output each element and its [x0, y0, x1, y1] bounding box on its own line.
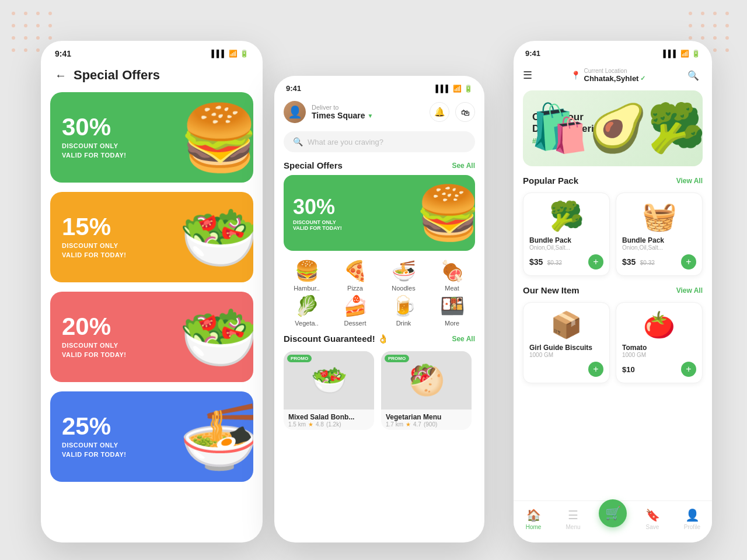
deliver-location[interactable]: Times Square ▼	[312, 111, 424, 120]
hamburger-icon: 🍔	[295, 259, 319, 282]
offer-desc-30: DISCOUNT ONLYVALID FOR TODAY!	[62, 142, 126, 160]
profile-nav-icon: 👤	[685, 508, 700, 522]
meat-label: Meat	[445, 285, 459, 292]
drink-label: Drink	[396, 320, 411, 327]
search-bar[interactable]: 🔍 What are you craving?	[284, 131, 475, 152]
promo-burger-image: 🍔	[416, 183, 475, 244]
pack-name-1: Bundle Pack	[529, 236, 603, 244]
pack-price-row-1: $35 $0.32 +	[529, 254, 603, 270]
category-hamburger[interactable]: 🍔 Hambur..	[284, 259, 330, 292]
deliver-label: Deliver to	[312, 104, 424, 111]
status-icons-3: ▌▌▌ 📶 🔋	[663, 50, 700, 58]
special-offers-header: Special Offers See All	[274, 158, 484, 175]
page-header-1: ← Special Offers	[41, 63, 263, 92]
offer-image-25: 🍜	[179, 399, 253, 474]
add-pack-1-button[interactable]: +	[588, 254, 603, 270]
status-bar-1: 9:41 ▌▌▌ 📶 🔋	[41, 41, 263, 63]
category-noodles[interactable]: 🍜 Noodles	[381, 259, 427, 292]
biscuits-image: 📦	[529, 309, 603, 341]
top-header-2: 👤 Deliver to Times Square ▼ 🔔 🛍	[274, 97, 484, 129]
pack-price-1: $35	[529, 257, 543, 267]
offer-percent-30: 30%	[62, 115, 126, 139]
discount-card-salad[interactable]: PROMO 🥗 Mixed Salad Bonb... 1.5 km ★ 4.8…	[284, 351, 374, 430]
nav-menu[interactable]: ☰ Menu	[553, 508, 593, 530]
phone-grocery: 9:41 ▌▌▌ 📶 🔋 ☰ 📍 Current Location Chhata…	[514, 41, 712, 542]
signal-icon: ▌▌▌	[211, 50, 226, 58]
pack-desc-1: Onion,Oil,Salt...	[529, 244, 603, 251]
new-item-tomato[interactable]: 🍅 Tomato 1000 GM $10 +	[616, 302, 703, 383]
category-grid: 🍔 Hambur.. 🍕 Pizza 🍜 Noodles 🍖 Meat 🥬 Ve…	[274, 257, 484, 331]
discount-card-veg[interactable]: PROMO 🥙 Vegetarian Menu 1.7 km ★ 4.7 (90…	[381, 351, 472, 430]
cart-nav-button[interactable]: 🛒	[599, 499, 627, 527]
add-pack-2-button[interactable]: +	[681, 254, 696, 270]
location-info: Current Location Chhatak,Syhlet ✓	[584, 68, 646, 83]
special-offers-title: Special Offers	[284, 160, 343, 170]
pack-price-2: $35	[622, 257, 636, 267]
menu-nav-label: Menu	[566, 524, 580, 530]
offer-image-20: 🥗	[179, 299, 253, 374]
nav-save[interactable]: 🔖 Save	[633, 508, 672, 530]
offer-percent-25: 25%	[62, 414, 126, 439]
notification-button[interactable]: 🔔	[430, 102, 449, 122]
promo-banner[interactable]: 30% DISCOUNT ONLYVALID FOR TODAY! 🍔	[284, 175, 475, 251]
add-tomato-button[interactable]: +	[681, 362, 696, 377]
popular-pack-view-all[interactable]: View All	[676, 177, 703, 185]
salad-distance: 1.5 km	[288, 421, 306, 428]
category-meat[interactable]: 🍖 Meat	[429, 259, 475, 292]
vegetarian-label: Vegeta..	[295, 320, 318, 327]
salad-rating: 4.8	[316, 421, 324, 428]
nav-profile[interactable]: 👤 Profile	[672, 508, 712, 530]
veg-card-name: Vegetarian Menu	[386, 413, 467, 421]
pack-name-2: Bundle Pack	[622, 236, 696, 244]
offer-text-15: 15% DISCOUNT ONLYVALID FOR TODAY!	[62, 215, 126, 260]
grocery-banner[interactable]: Order yourDaily Groceries #Free Delivery…	[523, 90, 703, 166]
nav-home[interactable]: 🏠 Home	[514, 508, 553, 530]
offer-image-30: 🍔	[179, 100, 253, 175]
popular-pack-header: Popular Pack View All	[514, 173, 712, 190]
discount-see-all[interactable]: See All	[452, 335, 475, 343]
pack-card-1[interactable]: 🥦 Bundle Pack Onion,Oil,Salt... $35 $0.3…	[523, 192, 610, 276]
category-dessert[interactable]: 🍰 Dessert	[332, 294, 378, 327]
popular-pack-title: Popular Pack	[523, 176, 578, 186]
status-bar-2: 9:41 ▌▌▌ 📶 🔋	[274, 76, 484, 97]
hamburger-menu-button[interactable]: ☰	[523, 69, 532, 82]
category-drink[interactable]: 🍺 Drink	[381, 294, 427, 327]
cart-button[interactable]: 🛍	[455, 102, 475, 122]
discount-section-header: Discount Guaranteed! 👌 See All	[274, 331, 484, 349]
phone-special-offers: 9:41 ▌▌▌ 📶 🔋 ← Special Offers 30% DISCOU…	[41, 41, 263, 542]
noodles-label: Noodles	[392, 285, 415, 292]
home-nav-label: Home	[526, 524, 542, 530]
back-button[interactable]: ←	[55, 69, 67, 82]
offer-desc-25: DISCOUNT ONLYVALID FOR TODAY!	[62, 441, 126, 459]
offer-card-25[interactable]: 25% DISCOUNT ONLYVALID FOR TODAY! 🍜	[50, 391, 253, 482]
category-pizza[interactable]: 🍕 Pizza	[332, 259, 378, 292]
special-offers-see-all[interactable]: See All	[452, 162, 475, 170]
tomato-weight: 1000 GM	[622, 352, 696, 358]
bottom-nav: 🏠 Home ☰ Menu 🛒 🔖 Save 👤 Profile	[514, 501, 712, 542]
location-pin-icon: 📍	[571, 71, 581, 80]
new-item-biscuits[interactable]: 📦 Girl Guide Biscuits 1000 GM +	[523, 302, 610, 383]
veg-card-image: PROMO 🥙	[381, 351, 472, 410]
veg-reviews: (900)	[424, 421, 437, 428]
category-more[interactable]: 🍱 More	[429, 294, 475, 327]
offer-card-30[interactable]: 30% DISCOUNT ONLYVALID FOR TODAY! 🍔	[50, 92, 253, 183]
vegetarian-icon: 🥬	[295, 294, 319, 317]
add-biscuits-button[interactable]: +	[588, 362, 603, 377]
star-icon: ★	[308, 421, 313, 428]
pack-card-2[interactable]: 🧺 Bundle Pack Onion,Oil,Salt... $35 $0.3…	[616, 192, 703, 276]
top-nav-3: ☰ 📍 Current Location Chhatak,Syhlet ✓ 🔍	[514, 62, 712, 90]
search-button-3[interactable]: 🔍	[684, 66, 703, 85]
offer-card-20[interactable]: 20% DISCOUNT ONLYVALID FOR TODAY! 🥗	[50, 292, 253, 382]
category-vegetarian[interactable]: 🥬 Vegeta..	[284, 294, 330, 327]
battery-icon-2: 🔋	[464, 85, 473, 93]
drink-icon: 🍺	[392, 294, 416, 317]
save-nav-icon: 🔖	[645, 508, 660, 522]
offers-list: 30% DISCOUNT ONLYVALID FOR TODAY! 🍔 15% …	[41, 92, 263, 482]
offer-card-15[interactable]: 15% DISCOUNT ONLYVALID FOR TODAY! 🥗	[50, 192, 253, 282]
salad-reviews: (1.2k)	[326, 421, 341, 428]
location-group: 📍 Current Location Chhatak,Syhlet ✓	[532, 68, 684, 83]
popular-pack-section: Popular Pack View All 🥦 Bundle Pack Onio…	[514, 173, 712, 283]
nav-cart[interactable]: 🛒	[593, 511, 633, 527]
status-icons-2: ▌▌▌ 📶 🔋	[435, 85, 473, 93]
new-item-view-all[interactable]: View All	[676, 286, 703, 295]
